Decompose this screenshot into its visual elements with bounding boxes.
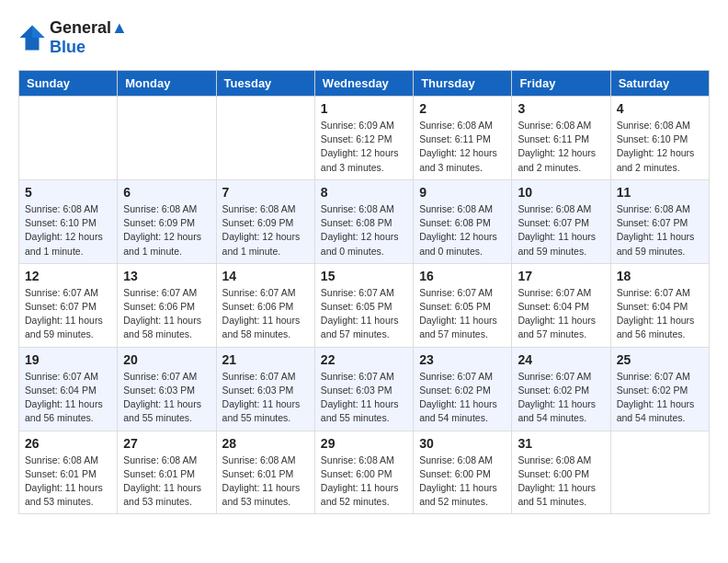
header: General▲ Blue bbox=[18, 18, 710, 57]
weekday-header-saturday: Saturday bbox=[610, 71, 709, 97]
calendar-week-2: 5Sunrise: 6:08 AM Sunset: 6:10 PM Daylig… bbox=[19, 179, 710, 263]
day-info: Sunrise: 6:07 AM Sunset: 6:03 PM Dayligh… bbox=[123, 370, 210, 426]
calendar-cell: 11Sunrise: 6:08 AM Sunset: 6:07 PM Dayli… bbox=[610, 179, 709, 263]
day-info: Sunrise: 6:07 AM Sunset: 6:05 PM Dayligh… bbox=[419, 286, 506, 342]
day-info: Sunrise: 6:07 AM Sunset: 6:02 PM Dayligh… bbox=[518, 370, 604, 426]
calendar-cell: 15Sunrise: 6:07 AM Sunset: 6:05 PM Dayli… bbox=[314, 263, 413, 347]
day-number: 22 bbox=[321, 352, 407, 367]
day-number: 20 bbox=[123, 352, 210, 367]
day-number: 31 bbox=[518, 436, 604, 451]
day-number: 3 bbox=[518, 101, 604, 116]
day-number: 21 bbox=[222, 352, 309, 367]
day-info: Sunrise: 6:07 AM Sunset: 6:04 PM Dayligh… bbox=[617, 286, 703, 342]
day-info: Sunrise: 6:08 AM Sunset: 6:08 PM Dayligh… bbox=[321, 202, 407, 259]
day-info: Sunrise: 6:08 AM Sunset: 6:07 PM Dayligh… bbox=[617, 202, 703, 259]
calendar-cell: 12Sunrise: 6:07 AM Sunset: 6:07 PM Dayli… bbox=[19, 263, 118, 347]
day-number: 16 bbox=[419, 269, 506, 283]
day-number: 25 bbox=[617, 352, 703, 367]
calendar-cell: 5Sunrise: 6:08 AM Sunset: 6:10 PM Daylig… bbox=[19, 179, 118, 263]
day-info: Sunrise: 6:07 AM Sunset: 6:07 PM Dayligh… bbox=[25, 286, 111, 342]
day-info: Sunrise: 6:08 AM Sunset: 6:00 PM Dayligh… bbox=[518, 454, 604, 510]
day-number: 15 bbox=[321, 269, 407, 283]
day-info: Sunrise: 6:09 AM Sunset: 6:12 PM Dayligh… bbox=[321, 119, 407, 175]
day-number: 5 bbox=[25, 185, 111, 200]
calendar-week-4: 19Sunrise: 6:07 AM Sunset: 6:04 PM Dayli… bbox=[19, 347, 710, 431]
day-info: Sunrise: 6:08 AM Sunset: 6:11 PM Dayligh… bbox=[518, 119, 604, 175]
day-number: 4 bbox=[617, 101, 703, 116]
day-info: Sunrise: 6:08 AM Sunset: 6:00 PM Dayligh… bbox=[419, 454, 506, 510]
day-info: Sunrise: 6:07 AM Sunset: 6:06 PM Dayligh… bbox=[123, 286, 210, 342]
day-info: Sunrise: 6:08 AM Sunset: 6:01 PM Dayligh… bbox=[123, 454, 210, 510]
day-number: 26 bbox=[25, 436, 111, 451]
day-number: 18 bbox=[617, 269, 703, 283]
day-info: Sunrise: 6:08 AM Sunset: 6:10 PM Dayligh… bbox=[25, 202, 111, 259]
logo-icon bbox=[18, 24, 46, 52]
day-number: 12 bbox=[25, 269, 111, 283]
calendar-cell: 2Sunrise: 6:08 AM Sunset: 6:11 PM Daylig… bbox=[414, 97, 512, 180]
calendar-cell: 25Sunrise: 6:07 AM Sunset: 6:02 PM Dayli… bbox=[610, 347, 709, 431]
page-container: General▲ Blue SundayMondayTuesdayWednesd… bbox=[0, 0, 728, 523]
calendar-cell: 9Sunrise: 6:08 AM Sunset: 6:08 PM Daylig… bbox=[414, 179, 512, 263]
calendar-cell: 30Sunrise: 6:08 AM Sunset: 6:00 PM Dayli… bbox=[414, 431, 512, 514]
day-number: 23 bbox=[419, 352, 506, 367]
calendar-cell: 3Sunrise: 6:08 AM Sunset: 6:11 PM Daylig… bbox=[512, 97, 610, 180]
calendar-cell: 6Sunrise: 6:08 AM Sunset: 6:09 PM Daylig… bbox=[118, 179, 216, 263]
day-number: 1 bbox=[321, 101, 407, 116]
day-number: 19 bbox=[25, 352, 111, 367]
calendar-cell: 22Sunrise: 6:07 AM Sunset: 6:03 PM Dayli… bbox=[314, 347, 413, 431]
day-number: 8 bbox=[321, 185, 407, 200]
calendar-cell bbox=[118, 97, 216, 180]
calendar-cell: 4Sunrise: 6:08 AM Sunset: 6:10 PM Daylig… bbox=[610, 97, 709, 180]
day-info: Sunrise: 6:07 AM Sunset: 6:05 PM Dayligh… bbox=[321, 286, 407, 342]
calendar-cell: 21Sunrise: 6:07 AM Sunset: 6:03 PM Dayli… bbox=[216, 347, 314, 431]
day-number: 10 bbox=[518, 185, 604, 200]
day-number: 28 bbox=[222, 436, 309, 451]
day-info: Sunrise: 6:07 AM Sunset: 6:02 PM Dayligh… bbox=[419, 370, 506, 426]
day-number: 6 bbox=[123, 185, 210, 200]
calendar-table: SundayMondayTuesdayWednesdayThursdayFrid… bbox=[18, 70, 710, 514]
calendar-cell: 24Sunrise: 6:07 AM Sunset: 6:02 PM Dayli… bbox=[512, 347, 610, 431]
day-number: 17 bbox=[518, 269, 604, 283]
day-info: Sunrise: 6:08 AM Sunset: 6:08 PM Dayligh… bbox=[419, 202, 506, 259]
calendar-cell: 28Sunrise: 6:08 AM Sunset: 6:01 PM Dayli… bbox=[216, 431, 314, 514]
day-info: Sunrise: 6:08 AM Sunset: 6:10 PM Dayligh… bbox=[617, 119, 703, 175]
day-number: 27 bbox=[123, 436, 210, 451]
logo: General▲ Blue bbox=[18, 18, 128, 57]
calendar-cell: 1Sunrise: 6:09 AM Sunset: 6:12 PM Daylig… bbox=[314, 97, 413, 180]
day-info: Sunrise: 6:07 AM Sunset: 6:03 PM Dayligh… bbox=[321, 370, 407, 426]
day-number: 24 bbox=[518, 352, 604, 367]
day-number: 30 bbox=[419, 436, 506, 451]
calendar-cell: 13Sunrise: 6:07 AM Sunset: 6:06 PM Dayli… bbox=[118, 263, 216, 347]
day-info: Sunrise: 6:07 AM Sunset: 6:02 PM Dayligh… bbox=[617, 370, 703, 426]
day-info: Sunrise: 6:08 AM Sunset: 6:00 PM Dayligh… bbox=[321, 454, 407, 510]
weekday-header-tuesday: Tuesday bbox=[216, 71, 314, 97]
day-info: Sunrise: 6:07 AM Sunset: 6:03 PM Dayligh… bbox=[222, 370, 309, 426]
day-number: 9 bbox=[419, 185, 506, 200]
day-info: Sunrise: 6:08 AM Sunset: 6:09 PM Dayligh… bbox=[123, 202, 210, 259]
day-number: 29 bbox=[321, 436, 407, 451]
day-info: Sunrise: 6:08 AM Sunset: 6:01 PM Dayligh… bbox=[25, 454, 111, 510]
weekday-header-wednesday: Wednesday bbox=[314, 71, 413, 97]
day-info: Sunrise: 6:08 AM Sunset: 6:01 PM Dayligh… bbox=[222, 454, 309, 510]
day-info: Sunrise: 6:08 AM Sunset: 6:07 PM Dayligh… bbox=[518, 202, 604, 259]
calendar-cell: 14Sunrise: 6:07 AM Sunset: 6:06 PM Dayli… bbox=[216, 263, 314, 347]
svg-marker-1 bbox=[32, 26, 45, 39]
day-number: 2 bbox=[419, 101, 506, 116]
weekday-header-thursday: Thursday bbox=[414, 71, 512, 97]
calendar-cell: 20Sunrise: 6:07 AM Sunset: 6:03 PM Dayli… bbox=[118, 347, 216, 431]
weekday-header-row: SundayMondayTuesdayWednesdayThursdayFrid… bbox=[19, 71, 710, 97]
calendar-cell: 10Sunrise: 6:08 AM Sunset: 6:07 PM Dayli… bbox=[512, 179, 610, 263]
calendar-cell: 7Sunrise: 6:08 AM Sunset: 6:09 PM Daylig… bbox=[216, 179, 314, 263]
calendar-cell: 19Sunrise: 6:07 AM Sunset: 6:04 PM Dayli… bbox=[19, 347, 118, 431]
weekday-header-monday: Monday bbox=[118, 71, 216, 97]
day-number: 13 bbox=[123, 269, 210, 283]
day-info: Sunrise: 6:07 AM Sunset: 6:04 PM Dayligh… bbox=[518, 286, 604, 342]
day-number: 11 bbox=[617, 185, 703, 200]
calendar-cell: 17Sunrise: 6:07 AM Sunset: 6:04 PM Dayli… bbox=[512, 263, 610, 347]
day-number: 14 bbox=[222, 269, 309, 283]
calendar-cell bbox=[19, 97, 118, 180]
day-info: Sunrise: 6:08 AM Sunset: 6:09 PM Dayligh… bbox=[222, 202, 309, 259]
weekday-header-sunday: Sunday bbox=[19, 71, 118, 97]
day-info: Sunrise: 6:07 AM Sunset: 6:04 PM Dayligh… bbox=[25, 370, 111, 426]
calendar-cell: 18Sunrise: 6:07 AM Sunset: 6:04 PM Dayli… bbox=[610, 263, 709, 347]
